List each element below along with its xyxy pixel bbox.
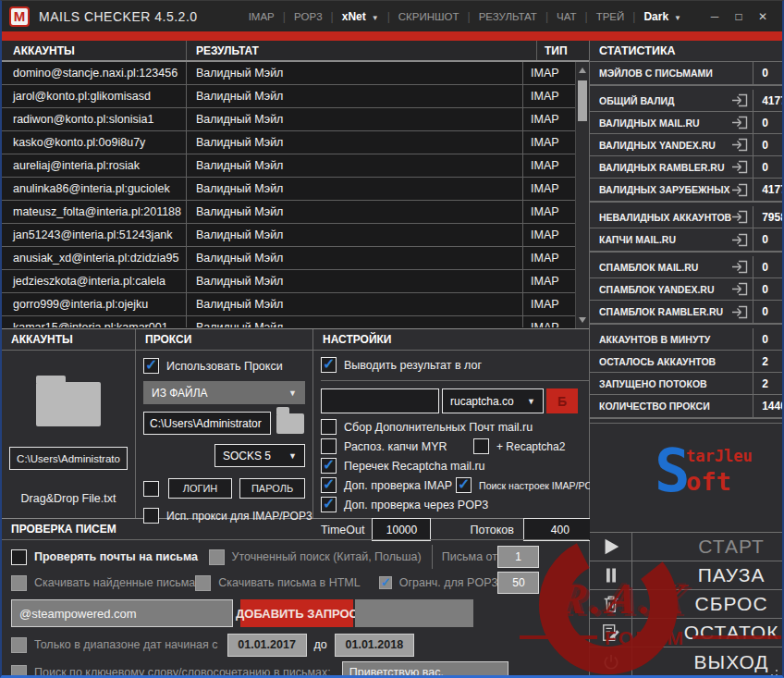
keyword-checkbox[interactable] <box>11 665 27 677</box>
add-query-button[interactable]: ДОБАВИТЬ ЗАПРОС <box>240 599 353 627</box>
proxy-auth-checkbox[interactable] <box>143 481 159 497</box>
proxy-imap-pop3-checkbox[interactable] <box>143 508 159 524</box>
table-row[interactable]: anulinka86@interia.pl:guciolekВалидный М… <box>2 178 575 201</box>
menu-item-imap[interactable]: IMAP <box>240 11 283 22</box>
collect-mail-checkbox[interactable] <box>321 419 337 435</box>
table-row[interactable]: aureliaj@interia.pl:rosiakВалидный МэйлI… <box>2 154 575 178</box>
menu-item-трей[interactable]: ТРЕЙ <box>588 11 633 22</box>
dragdrop-hint: Drag&Drop File.txt <box>21 492 116 505</box>
export-icon[interactable] <box>731 138 748 152</box>
export-icon[interactable] <box>731 210 748 224</box>
close-button[interactable]: ✕ <box>751 10 775 23</box>
scroll-down-icon[interactable] <box>579 317 586 323</box>
table-row[interactable]: gorro999@interia.pl:ojejkuВалидный МэйлI… <box>2 293 575 316</box>
imap-pop-search-checkbox[interactable] <box>456 477 472 493</box>
letters-from-input[interactable] <box>497 546 539 568</box>
stat-label: НЕВАЛИДНЫХ АККАУНТОВ <box>590 212 731 223</box>
folder-icon[interactable] <box>36 382 101 426</box>
table-row[interactable]: mateusz_folta@interia.pl:201188Валидный … <box>2 201 575 224</box>
imap-check-checkbox[interactable] <box>321 477 337 493</box>
stat-label: МЭЙЛОВ С ПИСЬМАМИ <box>590 68 753 79</box>
captcha-service-select[interactable]: rucaptcha.co ▼ <box>442 388 544 413</box>
сброс-button[interactable]: СБРОС <box>590 590 784 619</box>
myr-captcha-checkbox[interactable] <box>321 438 337 454</box>
pop3-check-checkbox[interactable] <box>321 497 337 512</box>
maximize-button[interactable]: □ <box>727 10 751 23</box>
html-letters-checkbox[interactable] <box>195 575 211 591</box>
query-extra-field[interactable] <box>355 599 473 627</box>
stat-value: 2 <box>753 373 784 395</box>
остаток-button[interactable]: ОСТАТОК <box>590 619 784 647</box>
stat-label: ВАЛИДНЫХ RAMBLER.RU <box>590 162 731 173</box>
table-row[interactable]: radiwon@konto.pl:slonisia1Валидный МэйлI… <box>2 108 575 131</box>
pop3-limit-checkbox[interactable] <box>379 576 392 589</box>
log-checkbox[interactable] <box>321 357 337 373</box>
perechek-checkbox[interactable] <box>321 458 337 474</box>
export-icon[interactable] <box>731 233 748 247</box>
stats-group: МЭЙЛОВ С ПИСЬМАМИ0 <box>590 62 784 86</box>
export-icon[interactable] <box>731 260 748 274</box>
accounts-path-field[interactable]: C:\Users\Administrato <box>9 447 128 470</box>
table-row[interactable]: kasko@konto.pl:0o9i8u7yВалидный МэйлIMAP <box>2 131 575 154</box>
старт-button[interactable]: СТАРТ <box>590 533 784 561</box>
export-icon[interactable] <box>731 116 748 129</box>
use-proxy-checkbox[interactable] <box>143 358 159 374</box>
table-row[interactable]: anusiak_xd@interia.pl:dzidzia95Валидный … <box>2 247 575 270</box>
table-row[interactable]: jan51243@interia.pl:51243jankВалидный Мэ… <box>2 224 575 247</box>
accounts-panel: АККАУНТЫ C:\Users\Administrato Drag&Drop… <box>2 329 136 518</box>
table-row[interactable]: jedzieszkota@interia.pl:calelaВалидный М… <box>2 270 575 293</box>
table-row[interactable]: kamar15@interia.pl:kamar001Валидный Мэйл… <box>2 316 575 327</box>
stat-row: СПАМБЛОК RAMBLER.RU0 <box>590 301 784 323</box>
export-icon[interactable] <box>731 93 748 107</box>
menu-item-результат[interactable]: РЕЗУЛЬТАТ <box>471 11 545 22</box>
menu-item-xnet[interactable]: xNet▼ <box>334 10 387 23</box>
export-icon[interactable] <box>731 305 748 319</box>
pop3-limit-input[interactable] <box>497 572 539 594</box>
keyword-input[interactable] <box>342 661 508 677</box>
right-column: СТАТИСТИКА МЭЙЛОВ С ПИСЬМАМИ0ОБЩИЙ ВАЛИД… <box>590 41 784 676</box>
check-mail-checkbox[interactable] <box>11 549 27 565</box>
date-range-checkbox[interactable] <box>11 637 27 653</box>
proxy-type-select[interactable]: SOCKS 5 ▼ <box>214 444 305 467</box>
export-icon[interactable] <box>731 282 748 296</box>
html-letters-label: Скачивать письма в HTML <box>218 576 361 589</box>
пауза-button[interactable]: ПАУЗА <box>590 561 784 590</box>
refined-search-checkbox[interactable] <box>209 549 225 565</box>
cell-type: IMAP <box>523 85 575 107</box>
stat-value: 41776 <box>753 90 784 112</box>
table-row[interactable]: domino@stancje.naxi.pl:123456Валидный Мэ… <box>2 62 575 85</box>
minimize-button[interactable]: ─ <box>703 10 727 23</box>
login-button[interactable]: ЛОГИН <box>168 478 232 499</box>
export-icon[interactable] <box>731 183 748 197</box>
download-letters-checkbox[interactable] <box>11 575 27 591</box>
scroll-up-icon[interactable] <box>579 68 586 73</box>
cell-account: jedzieszkota@interia.pl:calela <box>2 270 187 292</box>
table-scrollbar[interactable] <box>575 62 589 328</box>
recaptcha2-checkbox[interactable] <box>473 438 489 454</box>
table-row[interactable]: jarol@konto.pl:glikomisasdВалидный МэйлI… <box>2 85 575 108</box>
scrollbar-thumb[interactable] <box>578 80 587 121</box>
browse-folder-icon[interactable] <box>276 413 304 434</box>
imap-pop-search-label: Поиск настроек IMAP/POP <box>479 480 599 491</box>
letters-panel: ПРОВЕРКА ПИСЕМ Проверять почты на письма… <box>2 519 589 676</box>
menu-item-pop3[interactable]: POP3 <box>286 11 331 22</box>
proxy-source-select[interactable]: ИЗ ФАЙЛА ▼ <box>143 381 305 404</box>
date-to-input[interactable] <box>335 634 414 657</box>
menu-item-скриншот[interactable]: СКРИНШОТ <box>390 11 468 22</box>
export-icon[interactable] <box>731 160 748 174</box>
balance-button[interactable]: Б <box>546 388 578 413</box>
captcha-key-input[interactable] <box>321 388 439 413</box>
date-from-input[interactable] <box>227 634 307 657</box>
password-button[interactable]: ПАРОЛЬ <box>239 478 305 499</box>
stats-group: ОБЩИЙ ВАЛИД41776ВАЛИДНЫХ MAIL.RU0ВАЛИДНЫ… <box>590 90 784 203</box>
stat-row: СПАМБЛОК YANDEX.RU0 <box>590 278 784 301</box>
query-input[interactable] <box>11 599 233 627</box>
menu-item-чат[interactable]: ЧАТ <box>548 11 584 22</box>
resize-grip-icon[interactable] <box>776 670 778 672</box>
menu-item-dark[interactable]: Dark▼ <box>635 10 690 23</box>
app-window: M MAILS CHECKER 4.5.2.0 IMAP|POP3|xNet▼|… <box>0 0 784 678</box>
proxy-path-input[interactable] <box>143 412 271 435</box>
cell-result: Валидный Мэйл <box>187 62 523 84</box>
выход-button[interactable]: ВЫХОД <box>590 647 784 676</box>
chevron-down-icon: ▼ <box>372 14 379 22</box>
